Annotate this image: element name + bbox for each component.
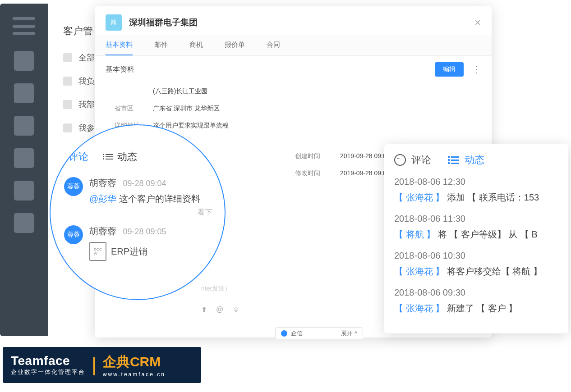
log-time: 2018-08-06 10:30: [394, 251, 558, 261]
filter-label: 我参: [78, 123, 95, 133]
log-user: 张海花: [406, 303, 433, 313]
tab-activity-label: 动态: [465, 153, 484, 167]
activity-panel: 评论 动态 2018-08-06 12:30 【 张海花 】 添加 【 联系电话…: [384, 144, 568, 333]
tab-activity-label: 动态: [117, 150, 137, 164]
tab-comment[interactable]: 评论: [394, 153, 431, 167]
company-icon: 简: [106, 14, 122, 31]
log-user: 张海花: [406, 266, 433, 276]
comment-time: 09-28 09:04: [123, 179, 166, 188]
comment-tabs: 评论 动态: [69, 150, 216, 164]
logo-main: Teamface: [11, 354, 85, 368]
more-icon[interactable]: ⋮: [472, 64, 481, 75]
info-label: 修改时间: [295, 169, 340, 178]
info-label: 省市区: [115, 105, 153, 113]
filter-row[interactable]: 我参: [63, 123, 97, 133]
tab-quote[interactable]: 报价单: [225, 35, 245, 55]
edit-button[interactable]: 编辑: [435, 62, 464, 77]
doc-name: ERP进销: [111, 246, 147, 258]
section-header: 基本资料 编辑 ⋮: [95, 56, 492, 83]
log-action: 将: [438, 229, 447, 239]
filter-label: 我部: [78, 99, 95, 110]
close-icon[interactable]: ×: [474, 16, 481, 29]
chat-tab[interactable]: 企信 展开 ^: [275, 327, 363, 339]
chevron-up-icon: ^: [355, 330, 357, 337]
tab-activity[interactable]: 动态: [106, 150, 137, 164]
log-action: 新建了: [447, 303, 474, 313]
checkbox-icon[interactable]: [63, 53, 72, 62]
mention-icon[interactable]: @: [216, 305, 223, 314]
log-action: 添加: [447, 192, 465, 202]
tab-comment-label: 评论: [411, 153, 431, 167]
log-mid: 从: [508, 229, 517, 239]
filter-label: 我负: [78, 76, 95, 87]
mention-link[interactable]: @彭华: [89, 194, 116, 204]
left-sidebar: [0, 4, 48, 336]
nav-item[interactable]: [14, 181, 34, 201]
checkbox-icon[interactable]: [63, 100, 72, 109]
activity-log-item: 2018-08-06 10:30 【 张海花 】 将客户移交给【 将航 】: [394, 251, 558, 278]
logo-separator: |: [92, 354, 97, 376]
nav-item[interactable]: [14, 116, 34, 136]
log-user: 张海花: [406, 192, 433, 202]
comment-tail: 看下: [64, 208, 212, 217]
tab-activity[interactable]: 动态: [451, 153, 484, 167]
info-value: 2019-09-28 09:03: [340, 152, 390, 160]
nav-item[interactable]: [14, 148, 34, 168]
log-field: 客户等级: [461, 229, 497, 239]
list-icon: [106, 154, 113, 160]
attachment-item[interactable]: DOCW ERP进销: [89, 242, 166, 261]
comment-icon: [394, 154, 406, 166]
activity-tabs: 评论 动态: [394, 153, 558, 167]
tab-comment[interactable]: 评论: [69, 150, 88, 164]
logo-url: www.teamface.cn: [103, 371, 166, 378]
tab-email[interactable]: 邮件: [154, 35, 168, 55]
chat-label: 企信: [291, 329, 341, 337]
log-field: 联系电话：153: [479, 192, 539, 202]
detail-tabs: 基本资料 邮件 商机 报价单 合同: [95, 35, 492, 56]
nav-item[interactable]: [14, 213, 34, 233]
emoji-icon[interactable]: ☺: [232, 305, 239, 314]
avatar: 蓉蓉: [64, 225, 83, 244]
log-time: 2018-08-06 11:30: [394, 214, 558, 224]
comment-item: 蓉蓉 胡蓉蓉 09-28 09:04 @彭华 这个客户的详细资料: [64, 177, 216, 205]
log-target: 客户: [488, 303, 506, 313]
log-target: 将航: [512, 266, 530, 276]
activity-log-item: 2018-08-06 09:30 【 张海花 】 新建了 【 客户 】: [394, 287, 558, 315]
log-time: 2018-08-06 09:30: [394, 287, 558, 298]
info-label: 创建时间: [295, 152, 340, 160]
comment-text: 这个客户的详细资料: [119, 194, 200, 204]
panel-title: 客户管: [63, 24, 97, 38]
log-time: 2018-08-06 12:30: [394, 177, 558, 187]
tab-contract[interactable]: 合同: [267, 35, 280, 55]
upload-icon[interactable]: ⬆: [201, 305, 207, 314]
log-val: B: [532, 229, 538, 239]
tab-opportunity[interactable]: 商机: [189, 35, 203, 55]
list-icon: [451, 156, 459, 164]
hamburger-icon[interactable]: [13, 17, 35, 35]
doc-icon: DOCW: [89, 242, 106, 261]
avatar: 蓉蓉: [64, 177, 83, 196]
filter-label: 全部: [78, 52, 95, 63]
chat-icon: [281, 330, 287, 337]
company-name: 深圳福群电子集团: [129, 17, 474, 28]
section-title: 基本资料: [106, 65, 134, 74]
nav-item[interactable]: [14, 51, 34, 71]
info-value: 2019-09-28 09:04: [340, 169, 390, 178]
filter-row[interactable]: 全部: [63, 52, 97, 63]
activity-log-item: 2018-08-06 12:30 【 张海花 】 添加 【 联系电话：153: [394, 177, 558, 204]
checkbox-icon[interactable]: [63, 77, 72, 86]
comment-time: 09-28 09:05: [123, 227, 166, 236]
logo-cn: 企典CRM: [103, 353, 166, 371]
expand-label: 展开: [341, 329, 353, 337]
filter-row[interactable]: 我负: [63, 76, 97, 87]
filter-row[interactable]: 我部: [63, 99, 97, 110]
brand-logo: Teamface 企业数字一体化管理平台 | 企典CRM www.teamfac…: [3, 347, 201, 383]
nav-item[interactable]: [14, 83, 34, 103]
commenter-name: 胡蓉蓉: [89, 225, 116, 237]
logo-sub: 企业数字一体化管理平台: [11, 368, 85, 376]
commenter-name: 胡蓉蓉: [89, 177, 116, 189]
checkbox-icon[interactable]: [63, 123, 72, 132]
comment-zoom-circle: 评论 动态 蓉蓉 胡蓉蓉 09-28 09:04 @彭华 这个客户的详细资料 看…: [50, 124, 226, 300]
tab-basic[interactable]: 基本资料: [106, 35, 133, 55]
info-label: [115, 87, 153, 96]
